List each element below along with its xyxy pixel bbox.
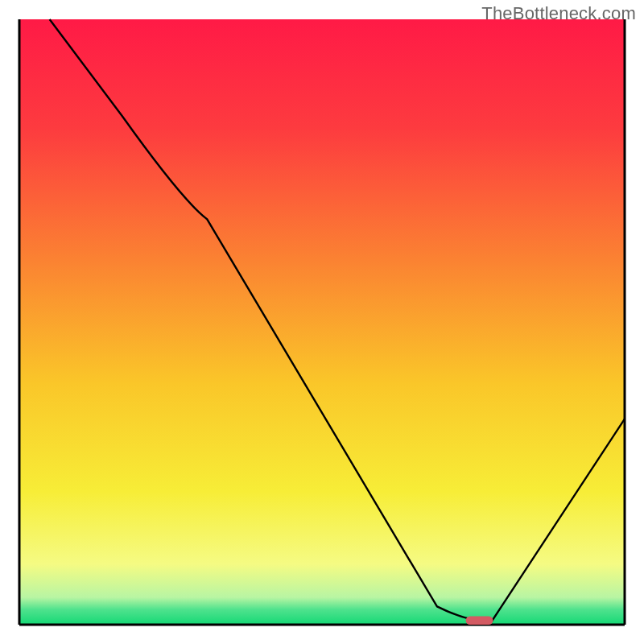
optimal-marker	[466, 616, 493, 625]
gradient-background	[19, 19, 625, 625]
bottleneck-chart	[0, 0, 644, 644]
chart-container: TheBottleneck.com	[0, 0, 644, 644]
watermark-label: TheBottleneck.com	[481, 3, 636, 24]
